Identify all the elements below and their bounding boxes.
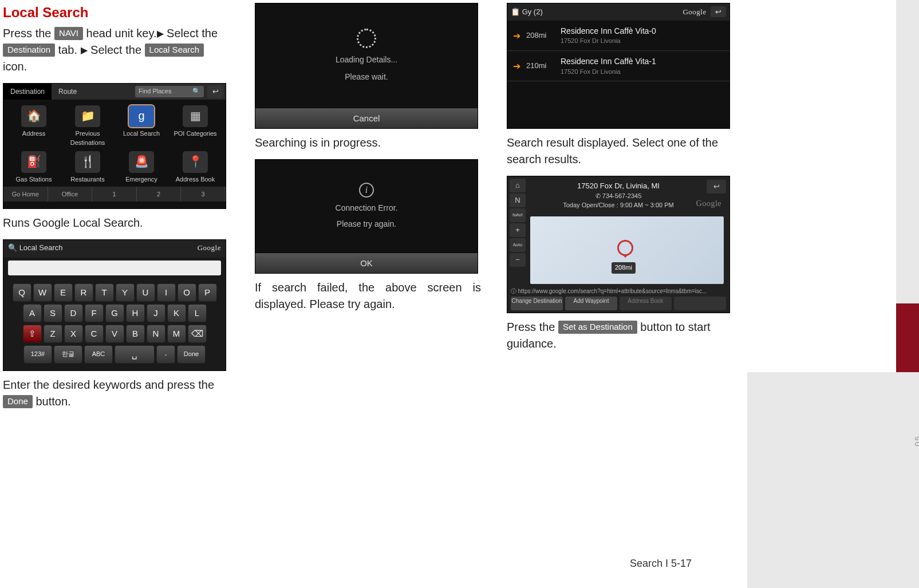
key-s[interactable]: S: [44, 304, 62, 322]
error-line2: Please try again.: [337, 218, 396, 230]
result-address: 17520 Fox Dr Livonia: [561, 68, 656, 77]
page-sidebar: 05: [747, 0, 919, 588]
cell-addressbook[interactable]: 📍Address Book: [169, 151, 221, 184]
preset-1[interactable]: 1: [92, 187, 137, 202]
cell-gas[interactable]: ⛽Gas Stations: [8, 151, 60, 184]
preset-2[interactable]: 2: [137, 187, 182, 202]
label: Restaurants: [70, 176, 104, 183]
key-v[interactable]: V: [105, 325, 124, 343]
destination-button-label: Destination: [3, 44, 55, 57]
result-name: Residence Inn Caffè Vita-0: [561, 25, 656, 37]
cell-previous[interactable]: 📁Previous Destinations: [62, 105, 113, 148]
set-as-destination-label: Set as Destination: [558, 321, 637, 334]
text: button.: [33, 395, 71, 408]
results-header-left: 📋 Gy (2): [511, 7, 543, 18]
key-·[interactable]: ·: [156, 345, 175, 364]
cell-poi[interactable]: ▦POI Categories: [169, 105, 221, 148]
key-c[interactable]: C: [85, 325, 104, 343]
north-button[interactable]: N: [510, 194, 526, 207]
key-g[interactable]: G: [105, 304, 124, 322]
key-l[interactable]: L: [188, 304, 207, 322]
google-logo: Google: [696, 198, 721, 210]
key-한글[interactable]: 한글: [54, 345, 82, 364]
find-places-field[interactable]: Find Places🔍: [135, 86, 204, 97]
key-m[interactable]: M: [167, 325, 186, 343]
change-destination-button[interactable]: Change Destination: [511, 297, 563, 310]
key-u[interactable]: U: [136, 283, 155, 302]
key-t[interactable]: T: [95, 283, 114, 302]
key-x[interactable]: X: [64, 325, 83, 343]
screenshot-loading: Loading Details... Please wait. Cancel: [255, 3, 478, 129]
zoom-out-button[interactable]: −: [510, 253, 526, 267]
back-icon[interactable]: ↩: [711, 6, 726, 17]
cell-address[interactable]: 🏠Address: [8, 105, 60, 148]
side-page-number: 05: [912, 435, 919, 447]
auto-button[interactable]: Auto: [510, 238, 526, 252]
key-p[interactable]: P: [198, 283, 217, 302]
key-␣[interactable]: ␣: [115, 345, 155, 364]
tab-destination[interactable]: Destination: [3, 84, 52, 100]
cell-restaurants[interactable]: 🍴Restaurants: [62, 151, 113, 184]
key-d[interactable]: D: [64, 304, 83, 322]
key-q[interactable]: Q: [13, 283, 31, 302]
text: Select the: [164, 27, 218, 40]
add-waypoint-button[interactable]: Add Waypoint: [565, 297, 617, 310]
caption-runs: Runs Google Local Search.: [3, 215, 229, 231]
preset-3[interactable]: 3: [181, 187, 226, 202]
page-footer: Search I 5-17: [630, 556, 692, 571]
blank-button[interactable]: [674, 297, 726, 310]
result-name: Residence Inn Caffè Vita-1: [561, 56, 656, 67]
navi-button[interactable]: NAVI: [510, 208, 526, 222]
map-area[interactable]: 208mi: [530, 216, 724, 284]
key-done[interactable]: Done: [177, 345, 206, 364]
key-o[interactable]: O: [178, 283, 196, 302]
localsearch-button-label: Local Search: [145, 44, 204, 57]
result-distance: 210mi: [526, 61, 555, 72]
folder-icon: 📁: [75, 105, 100, 127]
key-h[interactable]: H: [126, 304, 145, 322]
result-row[interactable]: ➔208miResidence Inn Caffè Vita-017520 Fo…: [507, 21, 729, 51]
key-w[interactable]: W: [33, 283, 52, 302]
key-b[interactable]: B: [126, 325, 145, 343]
map-phone: 734-567-2345: [602, 192, 642, 199]
loading-line2: Please wait.: [345, 71, 388, 82]
key-j[interactable]: J: [147, 304, 165, 322]
key-123#[interactable]: 123#: [23, 345, 52, 364]
result-row[interactable]: ➔210miResidence Inn Caffè Vita-117520 Fo…: [507, 51, 729, 81]
navi-button-label: NAVI: [54, 27, 83, 40]
back-button[interactable]: ↩: [207, 85, 223, 98]
key-y[interactable]: Y: [116, 283, 135, 302]
key-a[interactable]: A: [23, 304, 42, 322]
cancel-button[interactable]: Cancel: [255, 108, 478, 128]
distance-badge: 208mi: [612, 262, 636, 274]
cell-emergency[interactable]: 🚨Emergency: [116, 151, 167, 184]
result-count: Gy (2): [522, 7, 543, 16]
screenshot-map: ⌂ N NAVI + Auto − ↩ 17520 Fox Dr, Livini…: [507, 176, 730, 313]
back-button[interactable]: ↩: [707, 180, 726, 194]
key-r[interactable]: R: [74, 283, 93, 302]
key-⇧[interactable]: ⇧: [23, 325, 42, 343]
home-button[interactable]: ⌂: [510, 179, 526, 192]
key-k[interactable]: K: [167, 304, 186, 322]
tab-route[interactable]: Route: [52, 84, 84, 100]
key-f[interactable]: F: [85, 304, 104, 322]
key-n[interactable]: N: [147, 325, 165, 343]
label: Address: [22, 130, 45, 137]
office-button[interactable]: Office: [48, 187, 93, 202]
result-distance: 208mi: [526, 30, 555, 41]
zoom-in-button[interactable]: +: [510, 223, 526, 237]
go-home-button[interactable]: Go Home: [3, 187, 48, 202]
search-input[interactable]: [8, 261, 221, 275]
address-book-button[interactable]: Address Book: [620, 297, 672, 310]
key-abc[interactable]: ABC: [84, 345, 113, 364]
text: tab.: [55, 44, 80, 56]
key-⌫[interactable]: ⌫: [188, 325, 207, 343]
ok-button[interactable]: OK: [255, 252, 478, 273]
text: Press the: [507, 321, 558, 333]
label: Previous Destinations: [70, 130, 105, 146]
key-z[interactable]: Z: [44, 325, 62, 343]
cell-local-search[interactable]: gLocal Search: [116, 105, 167, 148]
label: Local Search: [123, 130, 160, 137]
key-i[interactable]: I: [157, 283, 176, 302]
key-e[interactable]: E: [54, 283, 73, 302]
